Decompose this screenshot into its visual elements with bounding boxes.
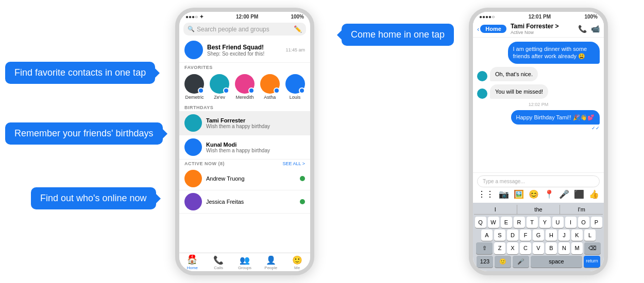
kbd-c[interactable]: C <box>520 242 531 254</box>
kbd-x[interactable]: X <box>507 242 518 254</box>
like-icon[interactable]: 👍 <box>589 189 599 199</box>
kbd-suggestion-the[interactable]: the <box>517 205 561 214</box>
active-row-header: ACTIVE NOW (8) SEE ALL > <box>179 160 310 167</box>
chat-contact-name: Tami Forrester > <box>511 23 578 30</box>
msg-in-2: You will be missed! <box>490 84 548 99</box>
apps-icon[interactable]: ⋮⋮ <box>478 189 494 199</box>
see-all-button[interactable]: SEE ALL > <box>283 161 305 166</box>
right-screen: ●●●●○ 12:01 PM 100% ‹ Home Tami Forreste… <box>473 12 604 271</box>
tab-calls[interactable]: 📞 Calls <box>206 255 232 270</box>
video-icon[interactable]: 📹 <box>591 25 600 33</box>
fav-badge-demetric <box>198 87 204 94</box>
search-bar[interactable]: 🔍 Search people and groups ✏️ <box>183 23 306 36</box>
conv-info: Best Friend Squad! Shep: So excited for … <box>207 44 285 57</box>
kbd-suggestion-i[interactable]: I <box>474 205 517 214</box>
kbd-w[interactable]: W <box>488 217 499 228</box>
callout-favorites: Find favorite contacts in one tap <box>5 62 155 84</box>
kbd-mic[interactable]: 🎤 <box>513 256 529 268</box>
kbd-s[interactable]: S <box>494 229 505 241</box>
kbd-suggestion-im[interactable]: I'm <box>560 205 603 214</box>
sticker-icon[interactable]: ⬛ <box>574 189 584 199</box>
kbd-row-3: ⇧ Z X C V B N M ⌫ <box>474 242 603 254</box>
kbd-123[interactable]: 123 <box>477 256 493 268</box>
mic-icon[interactable]: 🎤 <box>559 189 569 199</box>
image-icon[interactable]: 🖼️ <box>514 189 524 199</box>
kbd-o[interactable]: O <box>578 217 589 228</box>
emoji-icon[interactable]: 😊 <box>529 189 539 199</box>
kbd-b[interactable]: B <box>546 242 557 254</box>
tab-me[interactable]: 🙂 Me <box>284 255 310 270</box>
kbd-emoji[interactable]: 🙂 <box>495 256 511 268</box>
tab-bar: 🏠 4 Home 📞 Calls 👥 Groups 👤 People 🙂 Me <box>179 253 310 271</box>
chat-contact-info[interactable]: Tami Forrester > Active Now <box>511 23 578 35</box>
active-item-jessica[interactable]: Jessica Freitas <box>179 190 310 214</box>
calls-tab-icon: 📞 <box>213 255 224 265</box>
chat-actions: 📞 📹 <box>578 25 600 33</box>
kbd-shift[interactable]: ⇧ <box>476 242 493 254</box>
people-tab-icon: 👤 <box>266 255 276 265</box>
kbd-space[interactable]: space <box>531 256 582 268</box>
kbd-g[interactable]: G <box>533 229 544 241</box>
kbd-q[interactable]: Q <box>475 217 486 228</box>
msg-in-container-2: You will be missed! <box>477 84 600 99</box>
kbd-m[interactable]: M <box>571 242 583 254</box>
tab-people[interactable]: 👤 People <box>258 255 284 270</box>
chat-input-box[interactable]: Type a message... <box>477 175 600 187</box>
left-screen: ●●●○ ✦ 12:00 PM 100% 🔍 Search people and… <box>179 12 310 271</box>
tab-groups[interactable]: 👥 Groups <box>232 255 258 270</box>
kbd-z[interactable]: Z <box>494 242 505 254</box>
time-right: 12:01 PM <box>529 14 551 20</box>
kbd-suggestions: I the I'm <box>474 205 603 215</box>
kbd-y[interactable]: Y <box>539 217 551 228</box>
msg-in-1: Oh, that's nice. <box>490 67 538 81</box>
fav-name-zeev: Ze'ev <box>214 95 225 100</box>
active-avatar-jessica <box>184 193 202 210</box>
kbd-h[interactable]: H <box>546 229 557 241</box>
tab-home[interactable]: 🏠 4 Home <box>179 255 206 270</box>
fav-item-demetric[interactable]: Demetric <box>183 74 206 100</box>
kbd-return[interactable]: return <box>584 256 600 268</box>
people-tab-label: People <box>264 266 277 270</box>
kbd-r[interactable]: R <box>514 217 525 228</box>
kbd-j[interactable]: J <box>558 229 570 241</box>
kbd-e[interactable]: E <box>501 217 512 228</box>
chat-contact-status: Active Now <box>511 30 578 35</box>
birthday-item-tami[interactable]: Tami Forrester Wish them a happy birthda… <box>179 111 310 135</box>
msg-in-avatar-1 <box>477 71 487 81</box>
location-icon[interactable]: 📍 <box>544 189 554 199</box>
birthday-item-kunal[interactable]: Kunal Modi Wish them a happy birthday <box>179 135 310 160</box>
kbd-n[interactable]: N <box>558 242 570 254</box>
edit-icon[interactable]: ✏️ <box>294 25 302 33</box>
battery-right: 100% <box>584 14 598 20</box>
kbd-u[interactable]: U <box>552 217 564 228</box>
fav-item-zeev[interactable]: Ze'ev <box>209 74 231 100</box>
fav-avatar-astha <box>260 74 280 94</box>
active-item-andrew[interactable]: Andrew Truong <box>179 167 310 190</box>
camera-icon[interactable]: 📷 <box>499 189 509 199</box>
fav-item-louis[interactable]: Louis <box>284 74 306 100</box>
kbd-delete[interactable]: ⌫ <box>584 242 601 254</box>
fav-avatar-meredith <box>235 74 255 94</box>
kbd-d[interactable]: D <box>507 229 518 241</box>
kbd-i[interactable]: I <box>565 217 577 228</box>
bday-avatar-kunal <box>184 138 202 156</box>
fav-item-meredith[interactable]: Meredith <box>234 74 256 100</box>
home-button[interactable]: Home <box>480 25 506 33</box>
fav-item-astha[interactable]: Astha <box>259 74 281 100</box>
conversation-item[interactable]: Best Friend Squad! Shep: So excited for … <box>179 38 310 63</box>
phone-icon[interactable]: 📞 <box>578 25 587 33</box>
bday-sub-kunal: Wish them a happy birthday <box>206 148 270 153</box>
kbd-k[interactable]: K <box>571 229 583 241</box>
kbd-f[interactable]: F <box>520 229 531 241</box>
kbd-p[interactable]: P <box>591 217 602 228</box>
kbd-l[interactable]: L <box>584 229 596 241</box>
kbd-a[interactable]: A <box>481 229 493 241</box>
callout-birthdays: Remember your friends' birthdays <box>5 122 163 145</box>
kbd-row-4: 123 🙂 🎤 space return <box>474 256 603 268</box>
kbd-t[interactable]: T <box>527 217 538 228</box>
status-bar-right: ●●●●○ 12:01 PM 100% <box>473 12 604 21</box>
me-tab-icon: 🙂 <box>292 255 302 265</box>
search-input[interactable]: Search people and groups <box>197 26 294 33</box>
kbd-v[interactable]: V <box>533 242 544 254</box>
bday-name-kunal: Kunal Modi <box>206 142 270 148</box>
